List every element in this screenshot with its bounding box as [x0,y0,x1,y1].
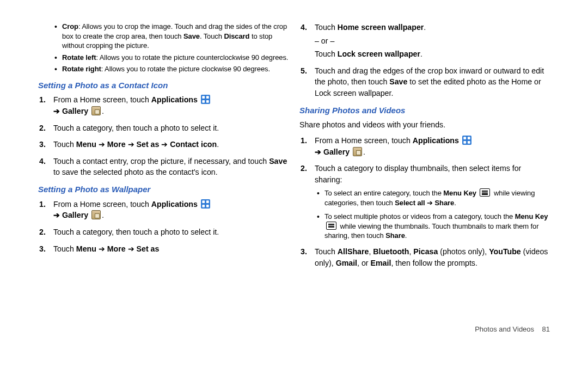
step-1: 1. From a Home screen, touch Application… [38,94,289,117]
svg-rect-2 [206,96,209,99]
svg-rect-14 [468,141,470,144]
applications-icon [462,136,471,145]
svg-rect-9 [206,205,209,207]
heading-sharing: Sharing Photos and Videos [299,105,550,117]
gallery-icon [91,210,101,219]
svg-rect-12 [468,137,470,139]
edit-options-list: Crop: Allows you to crop the image. Touc… [38,22,289,74]
svg-rect-6 [202,200,205,203]
step-w2: 2.Touch a category, then touch a photo t… [38,226,289,238]
menu-key-icon [480,188,490,197]
applications-icon [201,95,210,104]
bullet-rotate-right: Rotate right: Allows you to rotate the p… [62,64,289,74]
svg-rect-10 [462,136,471,145]
heading-wallpaper: Setting a Photo as Wallpaper [38,183,289,195]
share-entire: To select an entire category, touch the … [324,188,550,207]
footer-section: Photos and Videos [475,325,534,333]
step-s1: 1. From a Home screen, touch Application… [299,135,550,157]
left-column: Crop: Allows you to crop the image. Touc… [33,22,294,338]
right-column: 4. Touch Home screen wallpaper. – or – T… [294,22,555,338]
page-footer: Photos and Videos 81 [475,325,550,333]
svg-rect-0 [201,95,210,104]
step-s3: 3.Touch AllShare, Bluetooth, Picasa (pho… [299,246,550,268]
steps-wallpaper-cont: 4. Touch Home screen wallpaper. – or – T… [299,22,550,99]
share-multiple: To select multiple photos or videos from… [324,212,550,241]
step-w1: 1. From a Home screen, touch Application… [38,199,289,221]
svg-rect-7 [206,200,209,203]
step-w4: 4. Touch Home screen wallpaper. – or – T… [299,22,550,60]
step-w5: 5.Touch and drag the edges of the crop b… [299,65,550,99]
svg-rect-8 [202,205,205,207]
svg-rect-3 [202,100,205,103]
bullet-crop: Crop: Allows you to crop the image. Touc… [62,22,289,51]
steps-wallpaper: 1. From a Home screen, touch Application… [38,199,289,254]
applications-icon [201,199,210,209]
step-s2: 2.Touch a category to display thumbnails… [299,163,550,241]
footer-page-number: 81 [542,325,550,333]
step-2: 2.Touch a category, then touch a photo t… [38,122,289,134]
svg-rect-5 [201,199,210,209]
step-3: 3.Touch Menu ➔ More ➔ Set as ➔ Contact i… [38,139,289,150]
svg-rect-4 [206,100,209,103]
menu-key-icon [326,222,336,230]
svg-rect-1 [202,96,205,99]
step-w3: 3.Touch Menu ➔ More ➔ Set as [38,243,289,255]
manual-page: Crop: Allows you to crop the image. Touc… [0,0,588,348]
bullet-rotate-left: Rotate left: Allows you to rotate the pi… [62,53,289,63]
gallery-icon [353,147,362,156]
gallery-icon [91,106,101,115]
share-options: To select an entire category, touch the … [315,188,550,241]
step-4: 4.Touch a contact entry, crop the pictur… [38,156,289,178]
steps-contact-icon: 1. From a Home screen, touch Application… [38,94,289,178]
svg-rect-13 [463,141,466,144]
heading-contact-icon: Setting a Photo as a Contact Icon [38,79,289,91]
sharing-intro: Share photos and videos with your friend… [299,119,550,131]
steps-sharing: 1. From a Home screen, touch Application… [299,135,550,268]
svg-rect-11 [463,137,466,139]
